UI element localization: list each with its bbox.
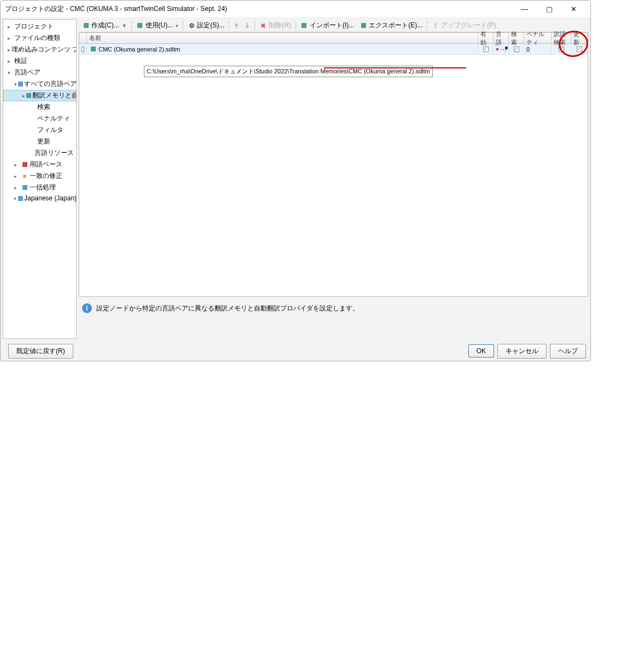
batch-icon — [22, 185, 27, 190]
settings-tree: ▸プロジェクト ▸ファイルの種類 ▸埋め込みコンテンツ プロセッ ▸検証 ▾言語… — [3, 19, 77, 339]
arrow-down-icon — [245, 22, 250, 29]
tm-icon — [26, 93, 31, 98]
separator — [131, 21, 132, 31]
cell-language: → — [494, 44, 509, 54]
movedown-button — [242, 21, 252, 30]
tree-item-verification[interactable]: ▸検証 — [3, 55, 76, 67]
grid-body: C:\Users\m_rha\OneDrive\ドキュメント\Studio 20… — [79, 55, 588, 296]
tm-grid: 名前 有効 言語 検索 ペナルティ 訳語検索 更新 CMC (Okuma gen… — [79, 32, 588, 297]
tree-item-langpairs[interactable]: ▾言語ペア — [3, 67, 76, 78]
checkbox-checked-icon: ✓ — [514, 47, 519, 52]
tree-item-filetypes[interactable]: ▸ファイルの種類 — [3, 32, 76, 44]
tree-item-project[interactable]: ▸プロジェクト — [3, 21, 76, 32]
checkbox-icon — [82, 47, 84, 52]
cell-enabled[interactable]: ✓ — [478, 44, 494, 54]
cell-penalty[interactable]: 0 — [524, 44, 552, 54]
col-termsearch[interactable]: 訳語検索 — [552, 33, 571, 43]
grid-header: 名前 有効 言語 検索 ペナルティ 訳語検索 更新 — [79, 33, 588, 44]
col-penalty[interactable]: ペナルティ — [524, 33, 552, 43]
window-controls: — ▢ ✕ — [512, 1, 586, 16]
reset-defaults-button[interactable]: 既定値に戻す(R) — [8, 344, 73, 359]
tree-item-match-repair[interactable]: ▸一致の修正 — [3, 170, 76, 182]
path-tooltip: C:\Users\m_rha\OneDrive\ドキュメント\Studio 20… — [144, 66, 433, 77]
tree-item-penalty[interactable]: ペナルティ — [3, 113, 76, 124]
create-button[interactable]: 作成(C)...▼ — [80, 20, 129, 31]
checkbox-checked-icon: ✓ — [483, 47, 489, 52]
cell-termsearch[interactable]: ✓ — [552, 44, 571, 54]
col-name[interactable]: 名前 — [87, 33, 478, 43]
cell-search[interactable]: ✓ — [509, 44, 524, 54]
minimize-button[interactable]: — — [512, 1, 537, 16]
dropdown-icon: ▾ — [176, 23, 178, 28]
tree-item-tm-autotrans[interactable]: ▸翻訳メモリと自動翻訳 — [3, 90, 76, 101]
help-button[interactable]: ヘルプ — [550, 344, 586, 359]
window-title: プロジェクトの設定 - CMC (OKUMA 3 - smartTwinCell… — [5, 4, 512, 14]
col-update[interactable]: 更新 — [571, 33, 588, 43]
separator — [427, 21, 427, 31]
tree-item-search[interactable]: 検索 — [3, 101, 76, 113]
dialog-footer: 既定値に戻す(R) OK キャンセル ヘルプ — [1, 341, 590, 361]
col-enabled[interactable]: 有効 — [478, 33, 494, 43]
maximize-button[interactable]: ▢ — [537, 1, 561, 16]
info-bar: i 設定ノードから特定の言語ペアに異なる翻訳メモリと自動翻訳プロバイダを設定しま… — [79, 299, 588, 318]
upgrade-icon: ⇪ — [432, 22, 439, 30]
checkbox-checked-icon: ✓ — [559, 47, 564, 52]
separator — [229, 21, 229, 31]
create-icon — [82, 22, 90, 30]
info-text: 設定ノードから特定の言語ペアに異なる翻訳メモリと自動翻訳プロバイダを設定します。 — [96, 304, 359, 313]
tree-item-batch[interactable]: ▸一括処理 — [3, 182, 76, 193]
match-icon — [23, 175, 26, 178]
cancel-button[interactable]: キャンセル — [497, 344, 547, 359]
col-language[interactable]: 言語 — [494, 33, 509, 43]
separator — [254, 21, 255, 31]
delete-button: ✖削除(R) — [257, 20, 293, 31]
import-icon — [300, 22, 308, 30]
settings-button[interactable]: ⚙設定(S)... — [185, 20, 227, 31]
tree-item-all-langpairs[interactable]: ▾すべての言語ペア — [3, 78, 76, 90]
info-icon: i — [82, 303, 92, 313]
titlebar: プロジェクトの設定 - CMC (OKUMA 3 - smartTwinCell… — [1, 1, 590, 17]
col-search[interactable]: 検索 — [509, 33, 524, 43]
folder-icon — [18, 82, 23, 87]
tree-item-ja-en[interactable]: ▸Japanese (Japan)->En — [3, 193, 76, 203]
tree-item-termbase[interactable]: ▸用語ベース — [3, 159, 76, 170]
grid-row[interactable]: CMC (Okuma general 2).sdltm ✓ → ✓ 0 ✓ ✓ — [79, 44, 588, 55]
cell-name[interactable]: CMC (Okuma general 2).sdltm — [87, 44, 478, 54]
langpair-icon — [18, 196, 23, 201]
col-checkbox[interactable] — [79, 33, 87, 43]
dialog-window: プロジェクトの設定 - CMC (OKUMA 3 - smartTwinCell… — [0, 0, 591, 361]
separator — [183, 21, 183, 31]
cell-update[interactable]: ✓ — [571, 44, 588, 54]
import-button[interactable]: インポート(I)... — [298, 20, 356, 31]
tm-file-icon — [89, 45, 97, 53]
tree-item-update[interactable]: 更新 — [3, 136, 76, 147]
tree-item-embedded[interactable]: ▸埋め込みコンテンツ プロセッ — [3, 44, 76, 55]
export-icon — [359, 22, 367, 30]
separator — [295, 21, 296, 31]
tree-item-langresources[interactable]: 言語リソース — [3, 147, 76, 159]
dialog-body: ▸プロジェクト ▸ファイルの種類 ▸埋め込みコンテンツ プロセッ ▸検証 ▾言語… — [1, 17, 590, 341]
cell-checkbox[interactable] — [79, 44, 87, 54]
delete-icon: ✖ — [259, 22, 267, 30]
use-button[interactable]: 使用(U)...▾ — [134, 20, 181, 31]
export-button[interactable]: エクスポート(E)... — [357, 20, 425, 31]
gear-icon: ⚙ — [188, 22, 195, 30]
flag-jp-icon — [496, 47, 499, 51]
tree-item-filter[interactable]: フィルタ — [3, 124, 76, 136]
flag-us-icon — [505, 47, 506, 51]
ok-button[interactable]: OK — [468, 344, 494, 358]
termbase-icon — [22, 162, 27, 167]
close-button[interactable]: ✕ — [561, 1, 586, 16]
main-panel: 作成(C)...▼ 使用(U)...▾ ⚙設定(S)... ✖削除(R) インポ… — [79, 19, 588, 341]
arrow-up-icon — [234, 22, 239, 29]
dropdown-icon: ▼ — [122, 23, 127, 28]
checkbox-checked-icon: ✓ — [577, 47, 582, 52]
moveup-button — [231, 21, 241, 30]
use-icon — [136, 22, 144, 30]
